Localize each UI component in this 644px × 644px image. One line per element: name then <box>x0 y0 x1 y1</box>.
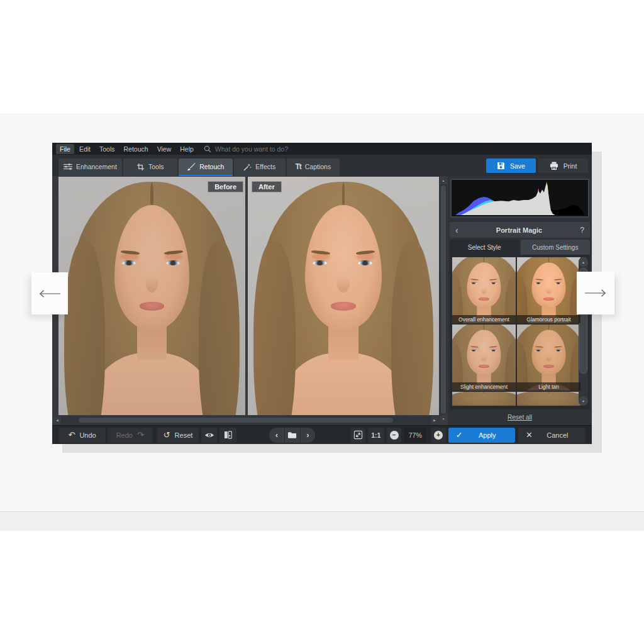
image-canvas: Before After ▲ ▼ ◀ <box>52 176 448 425</box>
sliders-icon <box>64 163 72 170</box>
menu-item-retouch[interactable]: Retouch <box>120 144 152 154</box>
redo-button[interactable]: Redo ↷ <box>108 428 152 443</box>
style-thumbnail-overall-enhancement[interactable]: Overall enhancement <box>452 257 516 323</box>
panel-header: ‹ Portrait Magic ? <box>450 222 590 238</box>
fit-screen-icon <box>353 430 363 440</box>
bottom-toolbar: ↶ Undo Redo ↷ ↺ Reset ‹ › <box>52 425 592 444</box>
file-navigator: ‹ › <box>269 428 315 443</box>
save-button[interactable]: Save <box>486 158 536 173</box>
tab-tools[interactable]: Tools <box>123 158 177 176</box>
preview-original-button[interactable] <box>201 428 218 443</box>
page-footer-strip <box>0 511 644 531</box>
tab-effects[interactable]: Effects <box>234 158 286 176</box>
style-thumbnail-partial[interactable] <box>517 392 580 406</box>
menu-bar: File Edit Tools Retouch View Help <box>52 143 592 155</box>
close-icon: ✕ <box>526 431 533 439</box>
before-label: Before <box>208 181 243 192</box>
scroll-down-icon[interactable]: ▼ <box>579 396 588 406</box>
photo-editor-window: File Edit Tools Retouch View Help Enhanc… <box>52 143 592 444</box>
style-preview <box>517 325 580 391</box>
style-list: Overall enhancement Glamorous portrait <box>450 255 590 409</box>
zoom-level-value: 77% <box>403 428 427 443</box>
previous-photo-button[interactable]: ‹ <box>269 428 285 443</box>
magic-wand-icon <box>243 163 252 171</box>
menu-item-view[interactable]: View <box>153 144 175 154</box>
minus-icon: − <box>390 431 399 440</box>
next-photo-button[interactable]: › <box>301 428 316 443</box>
style-preview <box>452 392 516 406</box>
style-label: Overall enhancement <box>452 315 516 323</box>
floppy-disk-icon <box>497 162 505 170</box>
style-thumbnail-partial[interactable] <box>452 392 516 406</box>
scroll-right-icon[interactable]: ▶ <box>431 416 438 424</box>
apply-button[interactable]: ✓ Apply <box>448 428 515 443</box>
brush-icon <box>187 162 196 171</box>
menu-item-edit[interactable]: Edit <box>75 144 94 154</box>
carousel-next-button[interactable] <box>577 272 614 314</box>
style-thumbnail-slight-enhancement[interactable]: Slight enhancement <box>452 325 516 391</box>
reset-button[interactable]: ↺ Reset <box>157 428 198 443</box>
captions-icon: Tt <box>295 162 301 171</box>
right-panel: ‹ Portrait Magic ? Select Style Custom S… <box>448 176 592 425</box>
style-thumbnail-light-tan[interactable]: Light tan <box>517 325 580 391</box>
tab-label: Captions <box>305 163 331 170</box>
search-input[interactable] <box>215 145 416 153</box>
tab-captions[interactable]: Tt Captions <box>287 158 340 176</box>
canvas-horizontal-scrollbar[interactable]: ◀ ▶ <box>53 416 438 424</box>
panel-tabs: Select Style Custom Settings <box>450 240 590 255</box>
zoom-in-button[interactable]: + <box>431 428 446 443</box>
before-after-view-button[interactable] <box>219 428 236 443</box>
histogram <box>450 179 589 218</box>
scroll-up-icon[interactable]: ▲ <box>579 257 588 267</box>
style-thumbnail-glamorous-portrait[interactable]: Glamorous portrait <box>517 257 580 323</box>
tab-label: Retouch <box>199 163 224 170</box>
redo-icon: ↷ <box>137 431 144 439</box>
open-folder-button[interactable] <box>285 428 301 443</box>
tab-label: Tools <box>148 163 164 170</box>
style-label: Glamorous portrait <box>517 315 580 323</box>
scroll-down-icon[interactable]: ▼ <box>440 415 447 423</box>
undo-button[interactable]: ↶ Undo <box>58 428 106 443</box>
tab-custom-settings[interactable]: Custom Settings <box>521 240 591 255</box>
style-label: Slight enhancement <box>452 382 516 391</box>
main-toolbar: Enhancement Tools Retouch Effects Tt Cap… <box>52 155 592 176</box>
zoom-actual-size-button[interactable]: 1:1 <box>368 428 384 443</box>
cancel-button[interactable]: ✕ Cancel <box>518 428 586 443</box>
scroll-left-icon[interactable]: ◀ <box>53 416 61 424</box>
portrait-photo-after <box>248 177 439 415</box>
undo-label: Undo <box>79 431 96 439</box>
split-view-icon <box>224 431 232 439</box>
after-image: After <box>248 177 439 415</box>
menu-item-help[interactable]: Help <box>176 144 197 154</box>
fit-to-screen-button[interactable] <box>350 428 365 443</box>
zoom-out-button[interactable]: − <box>387 428 402 443</box>
tab-enhancement[interactable]: Enhancement <box>58 158 122 176</box>
tab-label: Effects <box>255 163 275 170</box>
reset-label: Reset <box>175 431 193 439</box>
printer-icon <box>550 162 558 170</box>
style-preview <box>517 257 580 323</box>
tab-select-style[interactable]: Select Style <box>450 240 519 255</box>
save-label: Save <box>510 162 525 170</box>
help-icon[interactable]: ? <box>580 226 584 235</box>
reset-all-link[interactable]: Reset all <box>450 414 590 421</box>
print-button[interactable]: Print <box>538 158 588 173</box>
vertical-scroll-thumb[interactable] <box>441 186 446 414</box>
redo-label: Redo <box>116 431 133 439</box>
reset-icon: ↺ <box>164 431 170 439</box>
tab-label: Enhancement <box>76 163 117 170</box>
horizontal-scroll-thumb[interactable] <box>79 418 393 423</box>
menu-item-file[interactable]: File <box>56 144 74 154</box>
after-label: After <box>252 181 282 192</box>
search-icon <box>204 145 211 153</box>
carousel-previous-button[interactable] <box>31 272 68 314</box>
print-label: Print <box>564 162 577 170</box>
scroll-up-icon[interactable]: ▲ <box>440 177 447 184</box>
crop-icon <box>136 163 145 171</box>
menu-item-tools[interactable]: Tools <box>96 144 119 154</box>
tab-retouch[interactable]: Retouch <box>179 158 233 176</box>
undo-icon: ↶ <box>68 431 75 439</box>
apply-label: Apply <box>467 431 508 439</box>
before-image: Before <box>58 177 245 415</box>
canvas-vertical-scrollbar[interactable]: ▲ ▼ <box>440 177 447 423</box>
